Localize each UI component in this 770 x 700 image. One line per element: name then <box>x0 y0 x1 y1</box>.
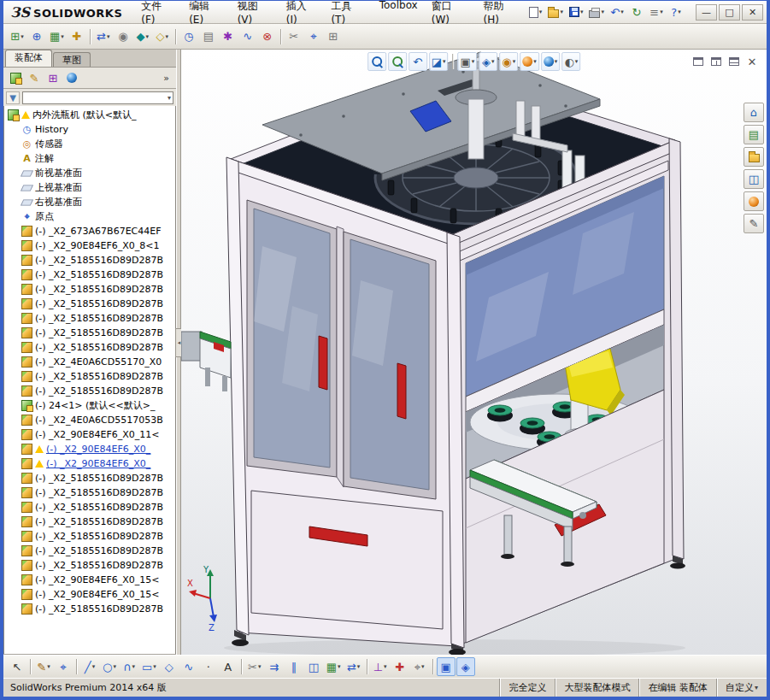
tree-item[interactable]: (-) _X2_4E0A6CD5517053B <box>4 413 175 427</box>
machine-lower-front-panel[interactable] <box>251 491 443 629</box>
previous-view-button[interactable]: ↶ <box>409 52 427 71</box>
tree-item[interactable]: (-) _X2_5185516D89D287B <box>4 485 175 500</box>
edit-appearance-button[interactable]: ▾ <box>520 52 539 71</box>
zoom-to-fit-button[interactable] <box>367 52 386 71</box>
display-relations-button[interactable]: ⊥▾ <box>371 657 390 676</box>
smart-fasteners-button[interactable]: ✚ <box>68 27 86 46</box>
tree-item[interactable]: (-) _X2_5185516D89D287B <box>4 268 175 282</box>
trim-entities-button[interactable]: ✂▾ <box>245 657 264 676</box>
tree-item[interactable]: (-) _X2_5185516D89D287B <box>4 558 175 573</box>
assembly-features-caret[interactable]: ▾ <box>146 33 150 40</box>
insert-components-button[interactable]: ⊞▾ <box>8 27 26 46</box>
insert-components-caret[interactable]: ▾ <box>21 33 24 40</box>
tree-item[interactable]: ◷History <box>4 122 175 137</box>
machine-door-left[interactable] <box>247 200 337 477</box>
reference-geometry-button[interactable]: ◇▾ <box>153 27 172 46</box>
tree-item[interactable]: (-) _X2_5185516D89D287B <box>4 326 175 340</box>
sketch-caret[interactable]: ▾ <box>47 663 50 670</box>
line-caret[interactable]: ▾ <box>92 663 96 670</box>
panel-tab-assembly[interactable]: 装配体 <box>5 50 52 67</box>
open-document-button[interactable]: ▾ <box>545 3 566 21</box>
tree-item[interactable]: ◎传感器 <box>4 137 175 151</box>
help-button[interactable]: ?▾ <box>667 3 685 21</box>
open-document-caret[interactable]: ▾ <box>560 9 563 15</box>
move-entities-button[interactable]: ⇄▾ <box>344 657 363 676</box>
move-entities-caret[interactable]: ▾ <box>357 663 361 670</box>
linear-component-pattern-button[interactable]: ▦▾ <box>47 27 67 46</box>
tree-item[interactable]: ⌖原点 <box>4 209 175 224</box>
view-orientation-caret[interactable]: ▾ <box>472 58 475 65</box>
maximize-button[interactable]: □ <box>719 4 740 21</box>
view-settings-button[interactable]: ◐▾ <box>561 52 580 71</box>
display-style-button[interactable]: ◈▾ <box>479 52 497 71</box>
section-view-button[interactable]: ◪▾ <box>429 52 449 71</box>
configurationmanager-button[interactable]: ⊞ <box>44 69 62 86</box>
repair-sketch-button[interactable]: ✚ <box>391 657 409 676</box>
shaded-sketch-contours-button[interactable]: ▣ <box>437 657 456 676</box>
tree-item[interactable]: A注解 <box>4 151 175 166</box>
arc-caret[interactable]: ▾ <box>132 663 136 670</box>
linear-component-pattern-caret[interactable]: ▾ <box>61 33 64 40</box>
tree-item[interactable]: (-) _X2_5185516D89D287B <box>4 471 175 485</box>
print-document-button[interactable]: ▾ <box>586 3 607 21</box>
tree-item[interactable]: (-) _X2_673A67B67EC44EF <box>4 224 175 238</box>
circle-button[interactable]: ○▾ <box>100 657 119 676</box>
rectangle-caret[interactable]: ▾ <box>153 663 156 670</box>
display-style-caret[interactable]: ▾ <box>491 58 495 65</box>
tree-item[interactable]: (-) _X2_5185516D89D287B <box>4 311 175 326</box>
machine-door-right[interactable] <box>344 232 436 499</box>
edit-appearance-caret[interactable]: ▾ <box>533 58 537 65</box>
featuremanager-button[interactable] <box>7 69 24 86</box>
move-component-caret[interactable]: ▾ <box>107 33 110 40</box>
tree-item[interactable]: (-) _X2_5185516D89D287B <box>4 282 175 297</box>
machine-model[interactable] <box>181 50 767 655</box>
viewport-tile-button[interactable] <box>726 54 742 69</box>
polygon-button[interactable]: ◇ <box>160 657 179 676</box>
linear-sketch-pattern-button[interactable]: ▦▾ <box>324 657 344 676</box>
move-component-button[interactable]: ⇄▾ <box>94 27 113 46</box>
custom-properties-button[interactable]: ✎ <box>744 214 764 233</box>
quick-snaps-button[interactable]: ⌖▾ <box>410 657 429 676</box>
circle-caret[interactable]: ▾ <box>113 663 116 670</box>
tree-item[interactable]: 右视基准面 <box>4 195 175 209</box>
bill-of-materials-button[interactable]: ▤ <box>199 27 218 46</box>
line-button[interactable]: ╱▾ <box>80 657 99 676</box>
exploded-view-button[interactable]: ✱ <box>219 27 238 46</box>
view-palette-button[interactable]: ◫ <box>744 169 764 189</box>
tree-item[interactable]: (-) _X2_5185516D89D287B <box>4 544 175 558</box>
point-button[interactable]: · <box>199 657 218 676</box>
interference-detection-button[interactable]: ⊗ <box>258 27 277 46</box>
machine-handle-door-right[interactable] <box>397 363 406 419</box>
linear-sketch-pattern-caret[interactable]: ▾ <box>338 663 341 670</box>
hide-show-items-caret[interactable]: ▾ <box>513 58 516 65</box>
convert-entities-button[interactable]: ⇉ <box>265 657 284 676</box>
tree-item[interactable]: 上视基准面 <box>4 180 175 195</box>
apply-scene-caret[interactable]: ▾ <box>555 58 558 65</box>
propertymanager-button[interactable]: ✎ <box>26 69 43 86</box>
viewport-split-button[interactable] <box>708 54 724 69</box>
displaymanager-button[interactable] <box>63 69 80 86</box>
tree-item[interactable]: (-) _X2_90E84EF6_X0_ <box>4 442 175 456</box>
measure-button[interactable]: ⌖ <box>304 27 323 46</box>
file-explorer-button[interactable] <box>744 147 764 167</box>
status-custom-caret[interactable]: ▾ <box>755 684 758 691</box>
viewport-restore-button[interactable] <box>691 54 706 69</box>
display-relations-caret[interactable]: ▾ <box>384 663 387 670</box>
tree-item[interactable]: (-) _X2_5185516D89D287B <box>4 384 175 398</box>
viewport-close-button[interactable]: ✕ <box>744 54 760 69</box>
arc-button[interactable]: ∩▾ <box>120 657 138 676</box>
options-caret[interactable]: ▾ <box>660 9 663 15</box>
save-document-button[interactable]: ▾ <box>567 3 586 21</box>
zoom-to-area-button[interactable] <box>388 52 407 71</box>
machine-handle-door-left[interactable] <box>319 336 327 390</box>
text-button[interactable]: A <box>219 657 238 676</box>
view-orientation-button[interactable]: ▣▾ <box>457 52 477 71</box>
tree-item[interactable]: (-) _X2_5185516D89D287B <box>4 369 175 384</box>
design-library-button[interactable]: ▤ <box>744 125 764 144</box>
minimize-button[interactable]: — <box>696 4 717 21</box>
filter-funnel-icon[interactable]: ▼ <box>6 91 20 104</box>
more-tabs-button[interactable]: » <box>160 73 173 84</box>
rebuild-button[interactable]: ↻ <box>627 3 646 21</box>
tree-item[interactable]: (-) _X2_5185516D89D287B <box>4 253 175 268</box>
tree-item[interactable]: (-) _X2_90E84EF6_X0_11< <box>4 427 175 442</box>
